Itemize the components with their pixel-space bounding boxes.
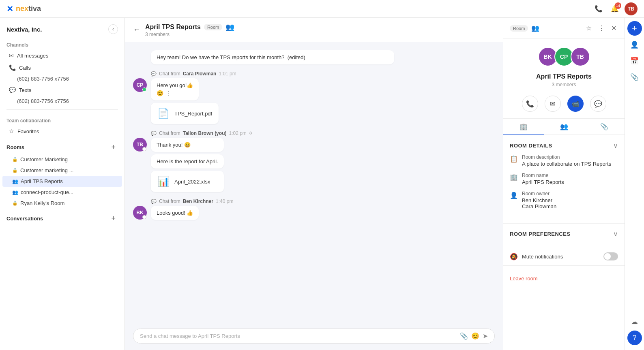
chevron-icon[interactable]: ∨ (613, 142, 618, 149)
meta-time: 1:02 pm (229, 130, 246, 136)
xlsx-icon: 📊 (157, 176, 170, 187)
panel-members-icon: 👥 (531, 24, 539, 32)
room-name: Customer Marketing (20, 156, 68, 162)
message-bubble: Hey team! Do we have the TPS reports for… (151, 50, 394, 64)
message-group: Hey team! Do we have the TPS reports for… (133, 50, 495, 64)
right-panel-header: Room 👥 ☆ ⋮ ✕ (503, 18, 625, 39)
people-icon: 👥 (12, 190, 18, 195)
mute-toggle[interactable] (603, 252, 618, 260)
tab-attachments[interactable]: 📎 (584, 119, 625, 135)
sidebar-item-calls[interactable]: 📞 Calls (2, 62, 122, 74)
meta-sender: Tallon Brown (you) (183, 130, 227, 136)
messages-area: Hey team! Do we have the TPS reports for… (125, 42, 503, 324)
message-group: 💬 Chat from Tallon Brown (you) 1:02 pm ✈… (133, 130, 495, 192)
add-room-button[interactable]: + (109, 142, 118, 152)
rooms-section-header: Rooms + (0, 137, 125, 154)
favorites-label: Favorites (17, 128, 116, 134)
room-name-row: 🏢 Room name April TPS Reports (510, 173, 618, 185)
sidebar-item-favorites[interactable]: ☆ Favorites (2, 125, 122, 137)
sidebar-item-connect-product[interactable]: 👥 connect-product-que... (2, 187, 122, 198)
preferences-section: ROOM PREFERENCES ∨ (503, 228, 625, 249)
team-collab-label: Team collaboration (0, 113, 125, 125)
room-description-value: A place to collaborate on TPS Reports (522, 161, 618, 167)
room-description-content: Room description A place to collaborate … (522, 154, 618, 167)
sidebar-item-customer-marketing-2[interactable]: 🔒 Customer marketing ... (2, 165, 122, 176)
leave-room-button[interactable]: Leave room (503, 271, 625, 286)
message-row: TB Thank you! 😀 Here is the report for A… (133, 138, 495, 192)
chat-back-button[interactable]: ← (133, 26, 140, 34)
room-name: Customer marketing ... (20, 167, 74, 173)
avatar: TB (133, 138, 147, 152)
add-conversation-button[interactable]: + (109, 213, 118, 224)
room-name: Ryan Kelly's Room (20, 200, 64, 206)
help-icon[interactable]: ? (627, 331, 642, 345)
chat-from-icon: 💬 (151, 131, 157, 136)
room-name-icon: 🏢 (510, 173, 518, 185)
all-messages-icon: ✉ (9, 52, 14, 59)
panel-phone-icon[interactable]: 📞 (522, 96, 538, 112)
sidebar-item-april-tps[interactable]: 👥 April TPS Reports (2, 176, 122, 187)
panel-divider (503, 265, 625, 266)
panel-video-icon[interactable]: 📹 (567, 96, 584, 112)
message-input-area: 📎 😊 ➤ (125, 324, 503, 350)
message-input[interactable] (140, 333, 457, 339)
avatar: CP (133, 78, 147, 92)
favorites-icon: ☆ (9, 128, 14, 134)
all-messages-label: All messages (17, 53, 116, 59)
tab-people[interactable]: 👥 (544, 119, 584, 135)
meta-prefix: Chat from (159, 71, 180, 77)
people-icon: 👥 (12, 179, 18, 184)
room-details-section: ROOM DETAILS ∨ 📋 Room description A plac… (503, 135, 625, 222)
close-panel-icon[interactable]: ✕ (610, 23, 618, 34)
rooms-label: Rooms (6, 144, 24, 150)
message-row: BK Looks good! 👍 (133, 206, 495, 220)
room-name-label: Room name (522, 173, 618, 178)
right-panel: Room 👥 ☆ ⋮ ✕ BK CP TB April TPS Reports … (503, 18, 625, 350)
panel-members-count: 3 members (503, 82, 625, 92)
calls-label: Calls (19, 65, 116, 71)
cloud-icon[interactable]: ☁ (627, 314, 642, 329)
emoji-icon[interactable]: 😊 (471, 332, 479, 340)
more-actions-icon[interactable]: ⋮ (166, 90, 172, 96)
room-owner-row: 👤 Room owner Ben Kirchner Cara Plowman (510, 191, 618, 209)
message-meta: 💬 Chat from Tallon Brown (you) 1:02 pm ✈ (151, 130, 495, 136)
mute-notifications-row: 🔕 Mute notifications (503, 249, 625, 264)
channels-label: Channels (0, 37, 125, 49)
message-meta: 💬 Chat from Cara Plowman 1:01 pm (151, 71, 495, 77)
send-icon[interactable]: ➤ (483, 332, 488, 340)
chat-area: ← April TPS Reports Room 👥 3 members Hey… (125, 18, 503, 350)
chat-members-count: 3 members (145, 32, 495, 37)
contacts-icon[interactable]: 👤 (627, 37, 642, 52)
attachment-strip-icon[interactable]: 📎 (627, 70, 642, 84)
meta-sender: Cara Plowman (183, 71, 217, 77)
user-avatar[interactable]: TB (625, 2, 638, 15)
file-attachment[interactable]: 📄 TPS_Report.pdf (151, 103, 219, 124)
mute-label: Mute notifications (522, 254, 599, 260)
sidebar-item-all-messages[interactable]: ✉ All messages (2, 49, 122, 62)
sidebar-subitem-texts-number[interactable]: (602) 883-7756 x7756 (2, 96, 122, 106)
meta-time: 1:01 pm (219, 71, 236, 77)
emoji-reaction[interactable]: 😊 (157, 90, 163, 96)
more-options-icon[interactable]: ⋮ (597, 23, 606, 34)
add-new-button[interactable]: + (627, 21, 642, 36)
file-attachment[interactable]: 📊 April_2022.xlsx (151, 171, 224, 192)
notification-icon[interactable]: 🔔 14 (608, 2, 621, 15)
meta-sender: Ben Kirchner (183, 198, 213, 204)
calendar-icon[interactable]: 📅 (627, 53, 642, 68)
panel-email-icon[interactable]: ✉ (545, 96, 561, 112)
panel-action-icons: 📞 ✉ 📹 💬 (503, 92, 625, 119)
sidebar-collapse-button[interactable]: ‹ (108, 24, 118, 34)
sidebar-subitem-calls-number[interactable]: (602) 883-7756 x7756 (2, 74, 122, 84)
attachment-icon[interactable]: 📎 (460, 332, 468, 340)
phone-nav-icon[interactable]: 📞 (592, 2, 605, 15)
star-icon[interactable]: ☆ (584, 23, 593, 34)
sidebar-item-customer-marketing[interactable]: 🔒 Customer Marketing (2, 154, 122, 165)
sidebar-item-ryan-kelly-room[interactable]: 🔒 Ryan Kelly's Room (2, 198, 122, 209)
chevron-icon[interactable]: ∨ (613, 230, 618, 238)
logo-area: ✕ nextiva (6, 4, 41, 14)
tab-building[interactable]: 🏢 (503, 119, 544, 135)
panel-chat-icon[interactable]: 💬 (590, 96, 606, 112)
file-name: TPS_Report.pdf (174, 111, 212, 117)
sidebar-divider (6, 109, 118, 110)
sidebar-item-texts[interactable]: 💬 Texts (2, 84, 122, 96)
